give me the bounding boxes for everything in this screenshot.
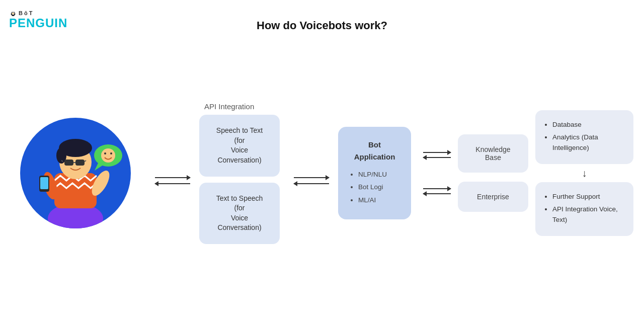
down-arrow-icon: ↓: [535, 168, 633, 178]
character-illustration: [20, 118, 131, 228]
enterprise-label: Enterprise: [477, 193, 509, 201]
diagram-container: API Integration Speech to Text (forVoice…: [20, 50, 624, 296]
logo: BōT PENGUIN: [9, 9, 67, 29]
arrow-r-kb: [423, 152, 451, 153]
database-list: Database Analytics (Data Intelligence): [544, 119, 624, 153]
arrow-right-2: [294, 177, 329, 178]
bot-to-kb-arrows-col: [423, 152, 451, 194]
api-label: API Integration: [204, 102, 254, 111]
bot-app-item-nlp: NLP/NLU: [358, 169, 400, 180]
right-section: Knowledge Base Enterprise Database Analy…: [416, 110, 633, 236]
speech-to-bot-arrows: [294, 177, 329, 184]
text-to-speech-box: Text to Speech (forVoice Conversation): [199, 183, 280, 244]
arrow-left-2: [294, 183, 329, 184]
svg-point-2: [12, 12, 13, 13]
arrow-right-1: [155, 177, 190, 178]
bot-application-box: Bot Application NLP/NLU Bot Logi ML/AI: [338, 127, 411, 220]
speech-to-text-box: Speech to Text (forVoice Conversation): [199, 115, 280, 176]
kb-arrow-pair: [423, 152, 451, 158]
char-to-speech-arrows: [155, 177, 190, 184]
arrow-line-left-1: [155, 183, 190, 184]
logo-bot-text: BōT: [19, 11, 34, 16]
kb-enterprise-col: Knowledge Base Enterprise: [458, 134, 528, 212]
arrow-l-ent: [423, 193, 451, 194]
arrow-line-left-2: [294, 183, 329, 184]
svg-marker-23: [95, 163, 105, 171]
speech-boxes: Speech to Text (forVoice Conversation) T…: [199, 115, 280, 244]
knowledge-base-label: Knowledge Base: [475, 145, 510, 162]
support-box: Further Support API Integration Voice, T…: [535, 182, 633, 236]
arrow-line-right-2: [294, 177, 329, 178]
text-to-speech-label: Text to Speech (forVoice Conversation): [216, 194, 263, 232]
svg-rect-13: [64, 160, 73, 166]
knowledge-base-box: Knowledge Base: [458, 134, 528, 173]
svg-point-24: [101, 148, 115, 163]
db-item-2: Analytics (Data Intelligence): [552, 132, 624, 153]
support-list: Further Support API Integration Voice, T…: [544, 191, 624, 225]
enterprise-box: Enterprise: [458, 182, 528, 212]
svg-point-4: [13, 13, 14, 14]
bot-app-title: Bot Application: [349, 139, 400, 163]
speech-to-text-label: Speech to Text (forVoice Conversation): [216, 126, 263, 164]
svg-point-25: [104, 152, 106, 154]
bot-app-list: NLP/NLU Bot Logi ML/AI: [349, 169, 400, 206]
arrow-left-1: [155, 183, 190, 184]
svg-point-3: [14, 12, 15, 13]
svg-rect-14: [75, 160, 85, 166]
bot-app-item-ml: ML/AI: [358, 195, 400, 206]
speech-boxes-section: API Integration Speech to Text (forVoice…: [199, 102, 280, 244]
svg-rect-20: [40, 177, 48, 189]
enterprise-arrow-pair: [423, 188, 451, 194]
arrow-line-right-1: [155, 177, 190, 178]
character-svg: [20, 118, 131, 228]
logo-penguin-text: PENGUIN: [9, 17, 67, 29]
db-item-1: Database: [552, 119, 624, 130]
page-title: How do Voicebots work?: [257, 19, 387, 32]
support-item-2: API Integration Voice, Text): [552, 204, 624, 225]
bot-app-item-logic: Bot Logi: [358, 182, 400, 193]
database-box: Database Analytics (Data Intelligence): [535, 110, 633, 164]
arrow-r-ent: [423, 188, 451, 189]
arrow-l-kb: [423, 157, 451, 158]
far-right-col: Database Analytics (Data Intelligence) ↓…: [535, 110, 633, 236]
support-item-1: Further Support: [552, 191, 624, 202]
svg-point-26: [110, 152, 112, 154]
